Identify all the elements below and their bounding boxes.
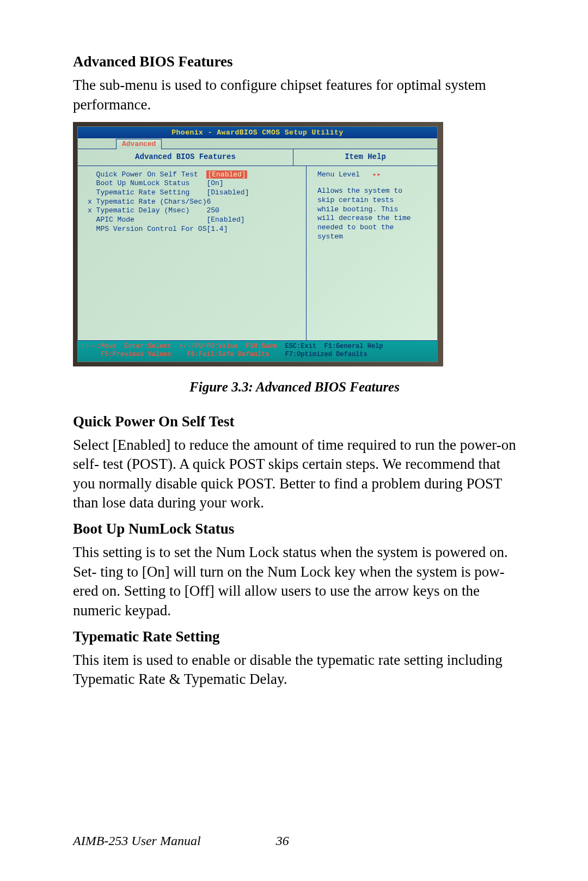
bios-setting-label: Typematic Rate Setting: [88, 188, 206, 197]
bios-screenshot: Phoenix - AwardBIOS CMOS Setup Utility A…: [73, 122, 443, 366]
bios-setting-row[interactable]: Typematic Rate Setting [Disabled]: [88, 188, 303, 198]
bios-setting-value[interactable]: [On]: [206, 179, 223, 187]
section-heading-typematic: Typematic Rate Setting: [73, 628, 516, 645]
bios-setting-value[interactable]: [1.4]: [206, 225, 228, 233]
section-body-typematic: This item is used to enable or disable t…: [73, 651, 516, 689]
section-heading-qpost: Quick Power On Self Test: [73, 413, 516, 430]
bios-setting-row[interactable]: x Typematic Rate (Chars/Sec)6: [88, 198, 303, 207]
page-footer: AIMB-253 User Manual 36: [73, 834, 289, 848]
page-number: 36: [276, 834, 289, 848]
bios-setting-value[interactable]: 250: [206, 206, 219, 215]
manual-name: AIMB-253 User Manual: [73, 834, 201, 848]
bios-setting-row[interactable]: MPS Version Control For OS[1.4]: [88, 225, 303, 234]
section-body-qpost: Select [Enabled] to reduce the amount of…: [73, 436, 516, 513]
bios-setting-value[interactable]: [Enabled]: [206, 216, 244, 224]
bios-setting-label: x Typematic Delay (Msec): [88, 206, 206, 215]
bios-setting-row[interactable]: Quick Power On Self Test [Enabled]: [88, 170, 303, 180]
bios-tab-advanced[interactable]: Advanced: [116, 139, 162, 149]
bios-setting-label: Quick Power On Self Test: [88, 170, 206, 179]
bios-tab-row: Advanced: [78, 138, 437, 149]
section-body-numlock: This setting is to set the Num Lock stat…: [73, 543, 516, 621]
bios-setting-value[interactable]: [Disabled]: [206, 188, 249, 197]
bios-help-level-arrows-icon: ▸▸: [372, 170, 381, 179]
bios-setting-row[interactable]: Boot Up NumLock Status [On]: [88, 179, 303, 188]
bios-help-level-label: Menu Level: [317, 170, 360, 179]
bios-setting-row[interactable]: APIC Mode [Enabled]: [88, 216, 303, 225]
figure-caption: Figure 3.3: Advanced BIOS Features: [73, 380, 516, 395]
bios-header-main: Advanced BIOS Features: [78, 149, 293, 166]
bios-setting-value[interactable]: [Enabled]: [206, 170, 247, 179]
bios-help-text: Allows the system to skip certain tests …: [317, 187, 415, 241]
section-heading-numlock: Boot Up NumLock Status: [73, 521, 516, 537]
bios-column-headers: Advanced BIOS Features Item Help: [78, 149, 437, 166]
section-heading-advanced-bios: Advanced BIOS Features: [73, 53, 516, 70]
bios-setting-label: MPS Version Control For OS: [88, 225, 206, 233]
bios-settings-panel[interactable]: Quick Power On Self Test [Enabled] Boot …: [78, 166, 307, 340]
bios-setting-value[interactable]: 6: [206, 198, 211, 206]
bios-help-panel: Menu Level ▸▸ Allows the system to skip …: [307, 166, 437, 340]
section-intro-advanced-bios: The sub-menu is used to configure chipse…: [73, 76, 516, 114]
bios-setting-label: Boot Up NumLock Status: [88, 179, 206, 187]
bios-setting-label: APIC Mode: [88, 216, 206, 224]
bios-header-help: Item Help: [293, 149, 437, 166]
bios-titlebar: Phoenix - AwardBIOS CMOS Setup Utility: [78, 127, 437, 138]
bios-setting-row[interactable]: x Typematic Delay (Msec) 250: [88, 206, 303, 216]
bios-setting-label: x Typematic Rate (Chars/Sec): [88, 198, 206, 206]
bios-footer-keys: ↑↓→←:Move Enter:Select +/-/PU/PD:Value F…: [78, 341, 437, 362]
